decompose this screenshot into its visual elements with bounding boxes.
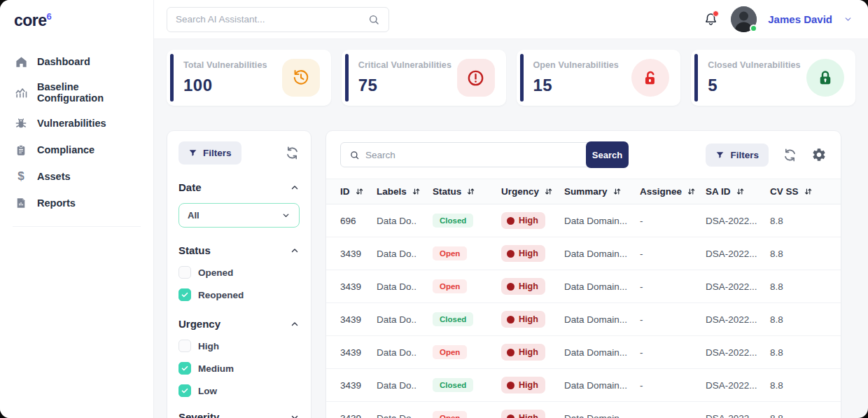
stat-card-total-vulnerabilities: Total Vulnerabilities 100 xyxy=(167,50,331,106)
card-accent-bar xyxy=(345,54,349,102)
sort-icon[interactable] xyxy=(736,187,745,196)
column-header-summary[interactable]: Summary xyxy=(564,186,640,197)
checkbox-low[interactable]: Low xyxy=(178,384,300,397)
sidebar-item-assets[interactable]: $ Assets xyxy=(13,163,141,190)
urgency-section-header[interactable]: Urgency xyxy=(178,318,300,330)
table-header: IDLabelsStatusUrgencySummaryAssigneeSA I… xyxy=(326,179,841,204)
filters-button-label: Filters xyxy=(730,150,759,160)
table-row[interactable]: 696Data Do..ClosedHighData Domain...-DSA… xyxy=(326,204,841,237)
analytics-icon xyxy=(14,85,28,99)
cell-sa-id: DSA-2022... xyxy=(706,314,770,325)
sort-icon[interactable] xyxy=(412,187,421,196)
column-header-assignee[interactable]: Assignee xyxy=(640,186,706,197)
checkbox-label: Medium xyxy=(198,363,234,374)
status-badge: Open xyxy=(433,345,467,359)
sort-icon[interactable] xyxy=(804,187,813,196)
checkbox[interactable] xyxy=(178,288,191,301)
sort-icon[interactable] xyxy=(544,187,553,196)
gear-icon[interactable] xyxy=(811,147,827,162)
chevron-down-icon[interactable] xyxy=(844,15,853,24)
table-row[interactable]: 3439Data Do..OpenHighData Domain...-DSA-… xyxy=(326,402,841,418)
checkbox[interactable] xyxy=(178,266,191,279)
search-button[interactable]: Search xyxy=(586,141,629,168)
checkbox-opened[interactable]: Opened xyxy=(178,266,300,279)
checkbox-label: Reopened xyxy=(198,290,244,300)
column-header-sa-id[interactable]: SA ID xyxy=(706,186,770,197)
urgency-label: High xyxy=(519,249,538,258)
table-row[interactable]: 3439Data Do..OpenHighData Domain...-DSA-… xyxy=(326,336,841,369)
sidebar-item-dashboard[interactable]: Dashboard xyxy=(13,48,141,75)
table-search-input[interactable] xyxy=(365,150,579,160)
cell-status: Closed xyxy=(433,312,501,326)
checkbox[interactable] xyxy=(178,362,191,375)
chevron-down-icon[interactable] xyxy=(290,412,300,418)
checkbox-medium[interactable]: Medium xyxy=(178,362,300,375)
chevron-up-icon[interactable] xyxy=(290,183,300,193)
table-row[interactable]: 3439Data Do..OpenHighData Domain...-DSA-… xyxy=(326,237,841,270)
cell-labels: Data Do.. xyxy=(377,380,433,391)
urgency-label: High xyxy=(519,380,538,390)
status-badge: Closed xyxy=(433,378,473,392)
status-section-header[interactable]: Status xyxy=(178,244,300,256)
cell-sa-id: DSA-2022... xyxy=(706,413,770,418)
status-badge: Open xyxy=(433,246,467,260)
column-header-labels[interactable]: Labels xyxy=(377,186,433,197)
sidebar-item-baseline-configuration[interactable]: Baseline Configuration xyxy=(13,75,141,110)
cell-assignee: - xyxy=(640,347,706,358)
ai-assistant-search[interactable] xyxy=(167,7,389,32)
sort-icon[interactable] xyxy=(466,187,475,196)
search-icon[interactable] xyxy=(368,13,380,26)
topbar-right: James David xyxy=(701,6,853,32)
checkbox[interactable] xyxy=(178,340,191,352)
table-row[interactable]: 3439Data Do..ClosedHighData Domain...-DS… xyxy=(326,303,841,336)
cell-urgency: High xyxy=(501,344,564,361)
urgency-label: High xyxy=(519,216,538,225)
ai-assistant-search-input[interactable] xyxy=(176,14,368,25)
checkbox-label: Opened xyxy=(198,267,233,278)
checkbox[interactable] xyxy=(178,384,191,397)
app-window: core6 Dashboard Baseline Configuration V… xyxy=(0,0,868,418)
table-row[interactable]: 3439Data Do..OpenHighData Domain...-DSA-… xyxy=(326,270,841,303)
urgency-badge: High xyxy=(501,212,545,229)
content: Total Vulnerabilities 100 Critical Vulne… xyxy=(154,39,868,418)
cell-id: 3439 xyxy=(340,347,377,358)
table-row[interactable]: 3439Data Do..ClosedHighData Domain...-DS… xyxy=(326,369,841,402)
urgency-badge: High xyxy=(501,245,545,262)
column-header-id[interactable]: ID xyxy=(340,186,377,197)
cell-id: 696 xyxy=(340,216,377,226)
table-toolbar: Search Filters xyxy=(326,141,841,168)
urgency-dot xyxy=(507,217,514,225)
cell-labels: Data Do.. xyxy=(377,347,433,358)
chevron-up-icon[interactable] xyxy=(290,246,300,256)
sort-icon[interactable] xyxy=(355,187,364,196)
sidebar-divider xyxy=(13,226,141,227)
chevron-up-icon[interactable] xyxy=(290,319,300,329)
column-header-cv-ss[interactable]: CV SS xyxy=(770,186,838,197)
refresh-icon[interactable] xyxy=(783,148,797,162)
column-header-status[interactable]: Status xyxy=(433,186,501,197)
sidebar-item-compliance[interactable]: Compliance xyxy=(13,137,141,163)
sidebar-item-vulnerabilities[interactable]: Vulnerabilities xyxy=(13,110,141,137)
urgency-dot xyxy=(507,382,514,389)
date-section-header[interactable]: Date xyxy=(178,181,300,193)
table-filters-button[interactable]: Filters xyxy=(706,144,769,167)
sort-icon[interactable] xyxy=(612,187,622,196)
cell-labels: Data Do.. xyxy=(377,281,433,292)
sort-icon[interactable] xyxy=(687,187,696,196)
refresh-icon[interactable] xyxy=(285,146,300,160)
notification-bell-icon[interactable] xyxy=(701,11,720,29)
date-select[interactable]: All xyxy=(178,203,300,228)
column-header-urgency[interactable]: Urgency xyxy=(501,186,564,197)
cell-urgency: High xyxy=(501,245,564,262)
brand-superscript: 6 xyxy=(47,11,52,22)
urgency-dot xyxy=(507,414,514,418)
filters-button[interactable]: Filters xyxy=(178,141,241,165)
checkbox-reopened[interactable]: Reopened xyxy=(178,288,300,301)
sidebar-item-reports[interactable]: Reports xyxy=(13,190,141,216)
avatar[interactable] xyxy=(731,6,757,32)
severity-section-header[interactable]: Severity xyxy=(178,411,300,418)
checkbox-high[interactable]: High xyxy=(178,340,300,352)
cell-labels: Data Do.. xyxy=(377,314,433,325)
user-name[interactable]: James David xyxy=(768,13,832,25)
filter-section-status: Status Opened Reopened xyxy=(178,244,300,301)
